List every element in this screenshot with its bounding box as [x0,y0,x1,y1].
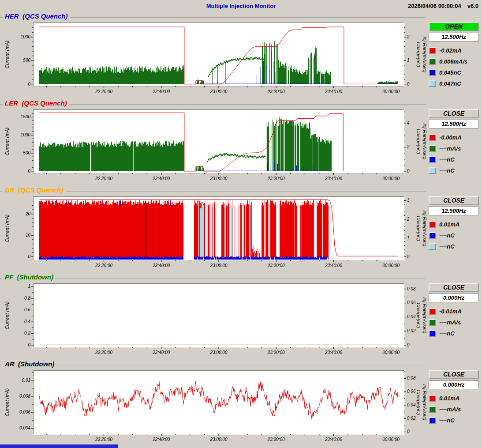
ler-charge-2-value: ----nC [439,167,455,174]
dr-legend-row-charge-2: ----nC [429,241,479,252]
pf-legend-row-charge: ----nC [429,328,479,339]
her-chart [2,20,429,98]
her-injection-rate-display: 12.500Hz [429,33,479,41]
her-legend-row-current-rate: 0.006mA/s [429,56,479,67]
ar-current-rate-value: ----mA/s [439,406,461,413]
ar-charge-value: ----nC [439,417,455,424]
ler-legend-row-current-rate: ----mA/s [429,143,479,154]
panel-ler: LER (QCS Quench)CLOSE12.500Hz-0.00mA----… [0,100,482,187]
ler-injection-rate-display: 12.500Hz [429,120,479,128]
her-current-rate-value: 0.006mA/s [439,58,467,65]
charge-color-chip [429,156,436,163]
title-bar: Multiple Injection Monitor 2026/04/06 00… [0,0,482,12]
her-charge-value: 0.045nC [439,69,461,76]
current-rate-color-chip [429,58,436,65]
pf-charge-value: ----nC [439,330,455,337]
pf-chart [2,281,429,358]
pf-status-button[interactable]: CLOSE [429,283,479,292]
pf-legend-row-current: -0.01mA [429,306,479,317]
ar-current-value: 0.01mA [439,395,460,402]
panel-pf: PF (Shutdown)CLOSE0.000Hz-0.01mA----mA/s… [0,274,482,361]
current-rate-color-chip [429,406,436,413]
ar-injection-rate-display: 0.000Hz [429,380,479,389]
dr-current-value: 0.01mA [439,221,460,228]
ar-separator [0,365,426,366]
current-rate-color-chip [429,145,436,152]
her-status-button[interactable]: OPEN [429,22,479,31]
dr-title: DR (QCS Quench) [3,186,66,194]
ler-legend: CLOSE12.500Hz-0.00mA----mA/s----nC----nC [429,109,479,176]
ler-title: LER (QCS Quench) [3,99,69,107]
pf-injection-rate-display: 0.000Hz [429,294,479,302]
ler-current-value: -0.00mA [439,134,462,141]
current-color-chip [429,395,436,402]
charge-2-color-chip [429,80,436,87]
ar-title: AR (Shutdown) [3,360,56,368]
ler-legend-row-charge-2: ----nC [429,165,479,176]
bottom-blue-strip [0,444,118,448]
ler-legend-row-current: -0.00mA [429,132,479,143]
charge-color-chip [429,330,436,337]
charge-color-chip [429,69,436,76]
current-color-chip [429,221,436,228]
charge-color-chip [429,417,436,424]
her-charge-2-value: 0.047nC [439,80,461,87]
ler-legend-row-charge: ----nC [429,154,479,165]
panel-ar: AR (Shutdown)CLOSE0.000Hz0.01mA----mA/s-… [0,361,482,448]
panel-her: HER (QCS Quench)OPEN12.500Hz-0.02mA0.006… [0,13,482,100]
charge-2-color-chip [429,167,436,174]
ar-legend-row-charge: ----nC [429,415,479,426]
datetime-display: 2026/04/06 00:00:04v6.0 [408,3,478,9]
current-color-chip [429,308,436,315]
pf-legend-row-current-rate: ----mA/s [429,317,479,328]
pf-current-value: -0.01mA [439,308,462,315]
pf-title: PF (Shutdown) [3,273,56,281]
ler-status-button[interactable]: CLOSE [429,109,479,118]
dr-injection-rate-display: 12.500Hz [429,207,479,215]
ler-charge-value: ----nC [439,156,455,163]
her-legend-row-charge: 0.045nC [429,67,479,78]
pf-current-rate-value: ----mA/s [439,319,461,326]
charge-color-chip [429,232,436,239]
ar-legend: CLOSE0.000Hz0.01mA----mA/s----nC [429,370,479,426]
current-rate-color-chip [429,319,436,326]
panel-dr: DR (QCS Quench)CLOSE12.500Hz0.01mA----nC… [0,187,482,274]
app-title: Multiple Injection Monitor [206,3,276,9]
dr-charge-value: ----nC [439,232,455,239]
dr-legend: CLOSE12.500Hz0.01mA----nC----nC [429,196,479,252]
her-legend-row-charge-2: 0.047nC [429,78,479,89]
her-current-value: -0.02mA [439,47,462,54]
her-legend-row-current: -0.02mA [429,45,479,56]
current-color-chip [429,47,436,54]
dr-charge-2-value: ----nC [439,243,455,250]
dr-chart [2,194,429,271]
version-label: v6.0 [467,3,478,9]
ler-chart [2,107,429,184]
current-color-chip [429,134,436,141]
dr-legend-row-charge: ----nC [429,230,479,241]
datetime-value: 2026/04/06 00:00:04 [408,3,461,9]
ar-legend-row-current: 0.01mA [429,393,479,404]
ar-status-button[interactable]: CLOSE [429,370,479,379]
dr-status-button[interactable]: CLOSE [429,196,479,205]
pf-legend: CLOSE0.000Hz-0.01mA----mA/s----nC [429,283,479,339]
ar-legend-row-current-rate: ----mA/s [429,404,479,415]
ar-chart [2,368,429,445]
pf-separator [0,278,426,279]
her-title: HER (QCS Quench) [3,12,70,20]
dr-legend-row-current: 0.01mA [429,219,479,230]
charge-2-color-chip [429,243,436,250]
her-legend: OPEN12.500Hz-0.02mA0.006mA/s0.045nC0.047… [429,22,479,89]
ler-current-rate-value: ----mA/s [439,145,461,152]
